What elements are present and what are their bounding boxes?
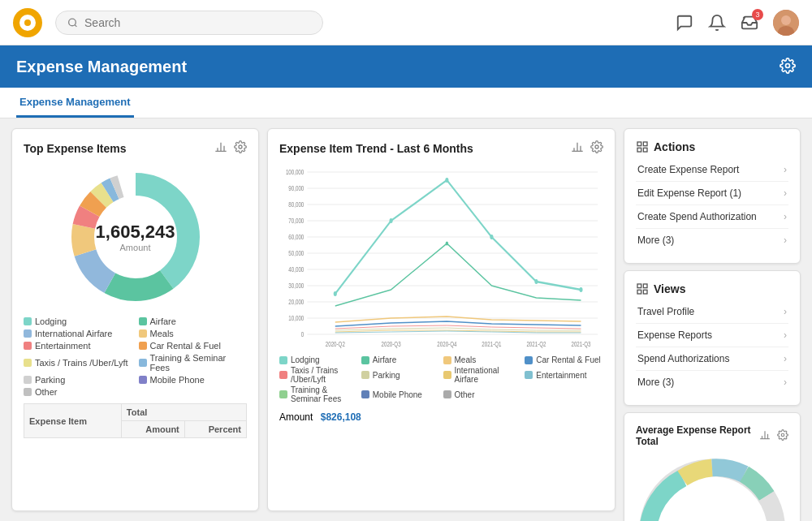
views-title: Views [654, 282, 685, 295]
view-expense-reports[interactable]: Expense Reports › [636, 324, 788, 347]
legend-item-lodging: Lodging [24, 316, 132, 326]
views-header: Views [636, 282, 788, 295]
view-more[interactable]: More (3) › [636, 371, 788, 394]
settings-card-button[interactable] [234, 140, 247, 156]
legend-item-intl-airfare: International Airfare [24, 329, 132, 338]
view-spend-authorizations[interactable]: Spend Authorizations › [636, 347, 788, 371]
svg-text:2020-Q3: 2020-Q3 [382, 340, 401, 348]
legend-item-airfare: Airfare [139, 316, 248, 326]
svg-text:10,000: 10,000 [288, 314, 304, 322]
svg-text:2021-Q3: 2021-Q3 [571, 340, 590, 348]
amount-label: Amount [279, 411, 313, 423]
svg-rect-65 [643, 284, 647, 288]
settings-button[interactable] [780, 58, 796, 76]
svg-point-54 [390, 218, 393, 223]
page-header: Expense Management [0, 45, 812, 88]
svg-point-0 [69, 19, 76, 26]
main-content: Top Expense Items [0, 118, 812, 521]
chevron-right-icon: › [784, 187, 787, 199]
avg-expense-card: Average Expense Report Total [624, 412, 801, 521]
gear-icon [780, 58, 796, 74]
search-bar[interactable] [55, 11, 323, 35]
gear-trend-icon [590, 140, 603, 153]
top-expense-title: Top Expense Items [24, 142, 127, 155]
expense-table: Expense Item Total Amount Percent [24, 403, 247, 438]
svg-text:100,000: 100,000 [286, 168, 304, 176]
chart-legend-training: Training & Seminar Fees [279, 385, 358, 403]
svg-point-59 [446, 242, 448, 246]
svg-text:2021-Q1: 2021-Q1 [482, 340, 501, 348]
svg-text:90,000: 90,000 [288, 184, 304, 192]
svg-text:0: 0 [301, 330, 304, 338]
chevron-right-icon: › [784, 235, 787, 246]
svg-text:30,000: 30,000 [288, 282, 304, 290]
svg-point-58 [579, 287, 582, 292]
action-create-expense[interactable]: Create Expense Report › [636, 158, 788, 182]
nav-icons: 3 [676, 10, 799, 36]
svg-text:60,000: 60,000 [288, 233, 304, 241]
chat-icon [676, 14, 693, 32]
workday-logo[interactable] [13, 8, 42, 37]
top-navigation: 3 [0, 0, 812, 45]
chart-type-button[interactable] [214, 140, 227, 156]
bell-icon [708, 14, 726, 32]
action-more[interactable]: More (3) › [636, 229, 788, 252]
action-edit-expense[interactable]: Edit Expense Report (1) › [636, 182, 788, 205]
actions-header: Actions [636, 140, 788, 153]
svg-point-55 [445, 178, 448, 183]
top-expense-card: Top Expense Items [11, 128, 259, 511]
chevron-right-icon: › [784, 211, 787, 222]
svg-point-72 [781, 433, 784, 437]
chevron-right-icon: › [784, 329, 787, 341]
svg-text:50,000: 50,000 [288, 249, 304, 257]
donut-center: 1,605,243 Amount [96, 222, 175, 252]
views-card: Views Travel Profile › Expense Reports ›… [624, 270, 801, 406]
legend-item-taxis: Taxis / Trains /Uber/Lyft [24, 353, 132, 372]
chart-legend-airfare: Airfare [361, 355, 440, 364]
right-panel: Actions Create Expense Report › Edit Exp… [624, 128, 801, 511]
avg-donut-chart [636, 455, 788, 521]
tab-expense-management[interactable]: Expense Management [16, 88, 134, 118]
views-icon [636, 282, 649, 295]
inbox-badge: 3 [752, 9, 763, 20]
svg-point-3 [781, 15, 791, 25]
svg-point-5 [786, 63, 790, 67]
trend-settings-button[interactable] [590, 140, 603, 156]
chart-legend-entertainment: Entertainment [525, 366, 603, 384]
trend-chart-card: Expense Item Trend - Last 6 Months [267, 128, 615, 511]
trend-chart-type-button[interactable] [571, 140, 584, 156]
user-avatar[interactable] [773, 10, 799, 36]
chat-icon-button[interactable] [676, 14, 693, 32]
svg-line-1 [75, 24, 76, 26]
th-expense-item: Expense Item [24, 404, 122, 438]
search-input[interactable] [84, 16, 311, 29]
legend-item-other: Other [24, 387, 132, 397]
top-expense-icons [214, 140, 247, 156]
svg-text:2020-Q4: 2020-Q4 [437, 340, 457, 348]
search-icon [67, 17, 78, 28]
svg-text:2021-Q2: 2021-Q2 [526, 340, 546, 348]
svg-point-57 [534, 279, 538, 284]
action-create-spend[interactable]: Create Spend Authorization › [636, 205, 788, 229]
donut-label: Amount [120, 243, 151, 252]
view-travel-profile[interactable]: Travel Profile › [636, 300, 788, 324]
avg-settings-button[interactable] [777, 429, 788, 443]
th-total: Total [121, 404, 246, 421]
svg-rect-64 [637, 284, 641, 288]
legend-item-meals: Meals [139, 329, 248, 338]
svg-rect-60 [637, 142, 641, 146]
inbox-icon-button[interactable]: 3 [741, 14, 758, 32]
legend-item-entertainment: Entertainment [24, 341, 132, 351]
line-chart-svg: 100,000 90,000 80,000 70,000 60,000 50,0… [279, 164, 603, 351]
th-percent: Percent [184, 421, 246, 438]
notification-icon-button[interactable] [708, 14, 726, 32]
chevron-right-icon: › [784, 377, 787, 388]
actions-title: Actions [654, 140, 695, 153]
svg-point-24 [595, 145, 598, 149]
legend-item-mobile: Mobile Phone [139, 375, 248, 385]
expense-legend: Lodging Airfare International Airfare Me… [24, 316, 247, 397]
chart-legend-taxis: Taxis / Trains /Uber/Lyft [279, 366, 358, 384]
bar-chart-icon [214, 140, 227, 153]
avg-chart-type-button[interactable] [759, 429, 771, 443]
legend-item-training: Training & Seminar Fees [139, 353, 248, 372]
